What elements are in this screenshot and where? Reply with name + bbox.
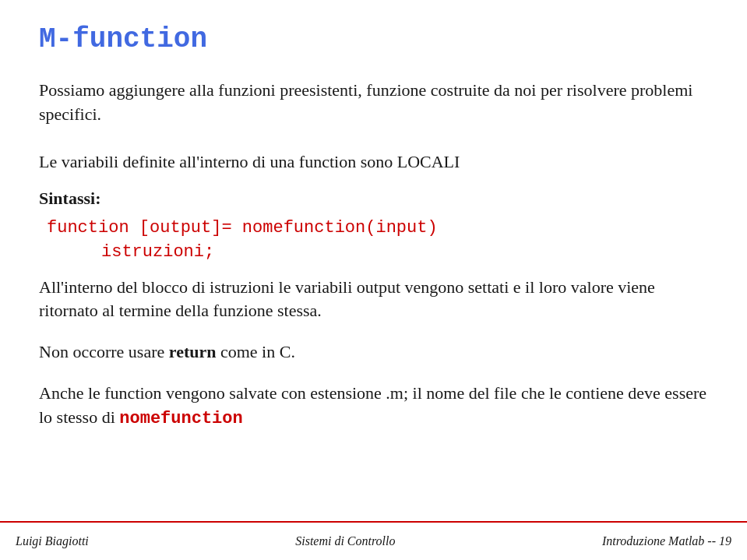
- main-content: M-function Possiamo aggiungere alla funz…: [0, 0, 747, 513]
- footer-right: Introduzione Matlab -- 19: [602, 534, 731, 548]
- footer-left: Luigi Biagiotti: [16, 534, 89, 548]
- body2-bold: return: [169, 342, 217, 361]
- sintassi-label: Sintassi:: [39, 188, 708, 209]
- intro-paragraph: Possiamo aggiungere alla funzioni preesi…: [39, 79, 708, 127]
- code-line1: function [output]= nomefunction(input): [47, 218, 708, 238]
- body3-highlight: nomefunction: [119, 409, 242, 428]
- footer-center: Sistemi di Controllo: [295, 534, 395, 548]
- code-line2: istruzioni;: [101, 242, 708, 262]
- body2-suffix: come in C.: [216, 342, 294, 361]
- body-paragraph-2: Non occorre usare return come in C.: [39, 340, 708, 365]
- footer: Luigi Biagiotti Sistemi di Controllo Int…: [0, 521, 747, 560]
- section-heading: Le variabili definite all'interno di una…: [39, 149, 708, 174]
- body-paragraph-1: All'interno del blocco di istruzioni le …: [39, 276, 708, 324]
- body-paragraph-3: Anche le function vengono salvate con es…: [39, 382, 708, 431]
- body2-prefix: Non occorre usare: [39, 342, 169, 361]
- page-title: M-function: [39, 23, 708, 55]
